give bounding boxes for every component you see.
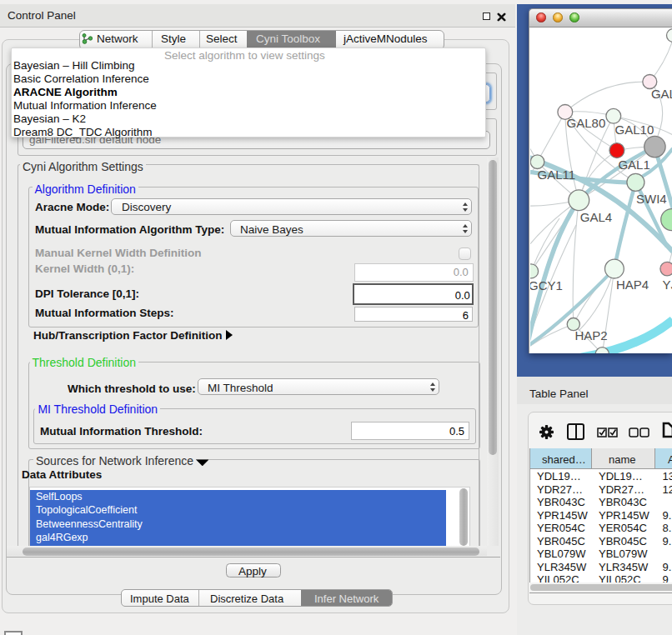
svg-text:GAL3: GAL3 — [651, 87, 672, 101]
svg-text:HAP4: HAP4 — [616, 278, 649, 292]
svg-text:GAL11: GAL11 — [538, 168, 576, 182]
svg-text:GCY1: GCY1 — [530, 278, 563, 292]
svg-text:GAL1: GAL1 — [618, 158, 649, 172]
svg-text:SWI4: SWI4 — [636, 192, 667, 206]
svg-text:HAP2: HAP2 — [575, 328, 608, 342]
svg-text:YJ: YJ — [663, 278, 672, 292]
svg-text:GAL80: GAL80 — [567, 116, 606, 130]
svg-text:GAL4: GAL4 — [580, 210, 612, 224]
svg-text:GAL10: GAL10 — [615, 122, 654, 137]
